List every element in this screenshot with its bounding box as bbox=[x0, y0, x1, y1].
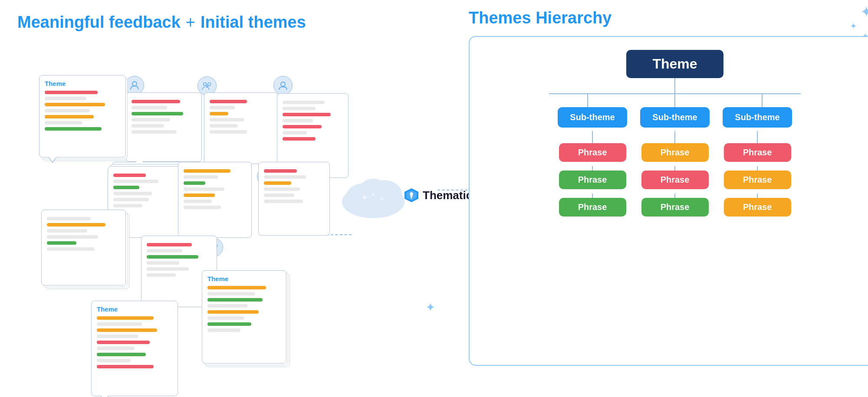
svg-point-3 bbox=[206, 85, 208, 87]
left-title: Meaningful feedback + Initial themes bbox=[17, 13, 408, 32]
card-10: Theme bbox=[91, 301, 178, 396]
svg-point-14 bbox=[358, 179, 388, 205]
phrase-3-3: Phrase bbox=[724, 198, 791, 217]
plus-sign: + bbox=[186, 13, 195, 32]
svg-point-2 bbox=[208, 83, 211, 86]
card-3 bbox=[204, 92, 278, 164]
thematic-center: Thematic bbox=[334, 169, 472, 221]
feedback-area: Theme bbox=[17, 45, 373, 374]
sparkle-1: ✦ bbox=[860, 4, 868, 19]
svg-point-17 bbox=[381, 197, 384, 200]
svg-point-4 bbox=[281, 82, 285, 86]
title-themes: Initial themes bbox=[201, 13, 306, 32]
subtheme-1: Sub-theme bbox=[558, 107, 627, 128]
phrase-1-1: Phrase bbox=[559, 143, 626, 162]
svg-point-15 bbox=[363, 196, 366, 199]
card-2 bbox=[126, 92, 202, 162]
phrase-2-3: Phrase bbox=[641, 198, 709, 217]
cloud-icon bbox=[334, 169, 412, 221]
right-title: Themes Hierarchy bbox=[469, 9, 868, 27]
title-feedback: Meaningful feedback bbox=[17, 13, 181, 32]
avatar-3 bbox=[273, 76, 293, 95]
thematic-logo-icon bbox=[404, 187, 419, 203]
phrase-3-1: Phrase bbox=[724, 143, 791, 162]
svg-point-16 bbox=[372, 193, 375, 196]
card-11-title: Theme bbox=[207, 275, 281, 282]
svg-point-1 bbox=[204, 83, 207, 86]
card-6 bbox=[178, 162, 252, 238]
sparkle-2: ✦ bbox=[850, 22, 857, 30]
card-10-title: Theme bbox=[97, 305, 172, 313]
phrase-2-2: Phrase bbox=[641, 171, 709, 189]
phrase-1-2: Phrase bbox=[559, 171, 626, 189]
phrase-1-3: Phrase bbox=[559, 198, 626, 217]
phrase-2-1: Phrase bbox=[641, 143, 709, 162]
svg-point-0 bbox=[132, 82, 137, 86]
phrase-3-2: Phrase bbox=[724, 171, 791, 189]
right-section: Themes Hierarchy ✦ ✦ ✦ ✦ ✦ ✦ Theme bbox=[460, 9, 868, 366]
subtheme-3: Sub-theme bbox=[723, 107, 792, 128]
subtheme-2: Sub-theme bbox=[640, 107, 710, 128]
hierarchy-container: Theme Sub-theme Phrase bbox=[469, 36, 868, 366]
card-7 bbox=[258, 162, 330, 236]
sparkle-4: ✦ bbox=[425, 302, 435, 314]
root-theme-node: Theme bbox=[626, 50, 723, 78]
card-1-title: Theme bbox=[45, 80, 120, 87]
